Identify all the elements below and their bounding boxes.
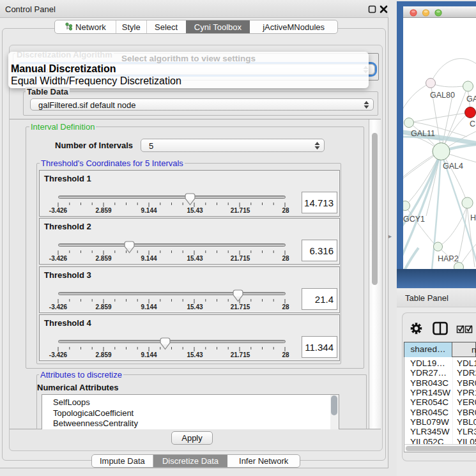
svg-text:GAL11: GAL11	[411, 129, 435, 138]
svg-text:GCY1: GCY1	[403, 215, 425, 224]
svg-text:GAL4: GAL4	[443, 162, 463, 171]
svg-text:H: H	[470, 213, 476, 222]
svg-text:C: C	[470, 119, 475, 128]
svg-text:GAL: GAL	[466, 95, 476, 104]
svg-text:GAL80: GAL80	[430, 91, 455, 100]
svg-text:HAP2: HAP2	[438, 254, 459, 263]
